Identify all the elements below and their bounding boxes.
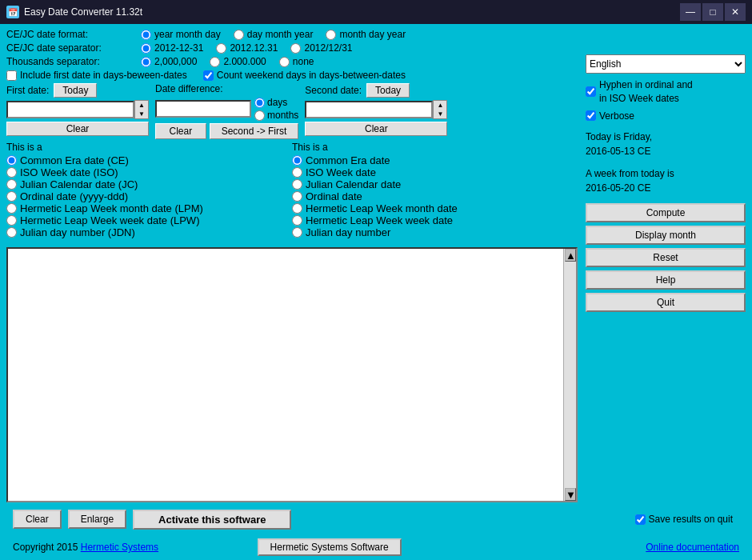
- thousands-comma[interactable]: 2,000,000: [141, 56, 197, 67]
- sep-slash[interactable]: 2012/12/31: [290, 42, 352, 54]
- second-date-down[interactable]: ▼: [434, 110, 446, 118]
- separator-label: CE/JC date separator:: [6, 42, 134, 54]
- compute-button[interactable]: Compute: [586, 203, 746, 222]
- diff-clear-button[interactable]: Clear: [155, 123, 206, 139]
- format-radio-group: year month day day month year month day …: [141, 29, 406, 40]
- first-date-label: First date:: [6, 85, 49, 96]
- format-row: CE/JC date format: year month day day mo…: [6, 29, 746, 40]
- type-ce[interactable]: Common Era date (CE): [6, 154, 292, 166]
- thousands-none[interactable]: none: [279, 56, 314, 67]
- first-date-down[interactable]: ▼: [135, 110, 148, 118]
- type-lpw[interactable]: Hermetic Leap Week week date (LPW): [6, 214, 292, 226]
- date-diff-col: Date difference: days months Clear: [155, 83, 298, 139]
- first-date-up[interactable]: ▲: [135, 101, 148, 110]
- include-first-checkbox[interactable]: Include first date in days-beween-dates: [6, 70, 187, 81]
- date-type-section: This is a Common Era date (CE) ISO Week …: [6, 142, 578, 238]
- display-month-button[interactable]: Display month: [586, 226, 746, 245]
- second-date-clear-button[interactable]: Clear: [305, 122, 447, 136]
- copyright-text: Copyright 2015 Hermetic Systems: [13, 542, 258, 553]
- type-lpm[interactable]: Hermetic Leap Week month date (LPM): [6, 202, 292, 214]
- right-buttons: Compute Display month Reset Help Quit: [586, 203, 746, 312]
- second-date-today-button[interactable]: Today: [366, 83, 410, 98]
- first-date-col: First date: Today ▲ ▼ Clear: [6, 83, 149, 136]
- bottom-clear-button[interactable]: Clear: [13, 510, 62, 529]
- thousands-label: Thousands separator:: [6, 56, 134, 67]
- second-date-up[interactable]: ▲: [434, 101, 446, 110]
- second-date-label: Second date:: [305, 85, 362, 96]
- first-date-input[interactable]: [6, 101, 134, 118]
- save-results-checkbox[interactable]: Save results on quit: [635, 514, 733, 525]
- first-date-spinner: ▲ ▼: [134, 100, 149, 119]
- count-weekend-checkbox[interactable]: Count weekend days in days-between-dates: [203, 70, 406, 81]
- online-documentation-link[interactable]: Online documentation: [646, 542, 739, 553]
- type-lpw2[interactable]: Hermetic Leap Week week date: [292, 214, 578, 226]
- type-iso[interactable]: ISO Week date (ISO): [6, 166, 292, 178]
- scrollbar[interactable]: ▲ ▼: [563, 249, 576, 501]
- type-jdn2[interactable]: Julian day number: [292, 226, 578, 238]
- type-ordinal[interactable]: Ordinal date (yyyy-ddd): [6, 190, 292, 202]
- enlarge-button[interactable]: Enlarge: [68, 510, 126, 529]
- format-dmy[interactable]: day month year: [234, 29, 314, 40]
- output-area: ▲ ▼: [6, 247, 578, 502]
- date-types-left: This is a Common Era date (CE) ISO Week …: [6, 142, 292, 238]
- second-first-button[interactable]: Second -> First: [210, 123, 299, 139]
- second-date-spinner: ▲ ▼: [433, 100, 447, 119]
- format-mdy[interactable]: month day year: [326, 29, 406, 40]
- bottom-bar: Clear Enlarge Activate this software Sav…: [6, 505, 746, 534]
- app-title: Easy Date Converter 11.32t: [24, 6, 680, 18]
- thousands-period[interactable]: 2.000.000: [210, 56, 266, 67]
- diff-label: Date difference:: [155, 83, 223, 94]
- months-radio[interactable]: months: [254, 110, 298, 121]
- diff-input[interactable]: [155, 100, 251, 118]
- days-radio[interactable]: days: [254, 97, 298, 108]
- thousands-radio-group: 2,000,000 2.000.000 none: [141, 56, 314, 67]
- scrollbar-down[interactable]: ▼: [565, 488, 576, 501]
- second-date-input[interactable]: [305, 101, 433, 118]
- close-button[interactable]: ✕: [725, 3, 746, 21]
- type-ordinal2[interactable]: Ordinal date: [292, 190, 578, 202]
- format-ymd[interactable]: year month day: [141, 29, 221, 40]
- this-is-a-right: This is a: [292, 142, 578, 153]
- right-panel: English German French Spanish Hyphen in …: [586, 54, 746, 312]
- days-months-options: days months: [254, 97, 298, 121]
- scrollbar-up[interactable]: ▲: [565, 249, 576, 262]
- sep-dot[interactable]: 2012.12.31: [216, 42, 278, 54]
- date-types-right: This is a Common Era date ISO Week date …: [292, 142, 578, 238]
- type-jc[interactable]: Julian Calendar date (JC): [6, 178, 292, 190]
- week-info: A week from today is2016-05-20 CE: [586, 166, 746, 195]
- hermetic-software-button[interactable]: Hermetic Systems Software: [258, 538, 402, 556]
- type-lpm2[interactable]: Hermetic Leap Week month date: [292, 202, 578, 214]
- today-info: Today is Friday,2016-05-13 CE: [586, 130, 746, 158]
- status-bar: Copyright 2015 Hermetic Systems Hermetic…: [6, 536, 746, 558]
- type-jdn[interactable]: Julian day number (JDN): [6, 226, 292, 238]
- hermetic-systems-link[interactable]: Hermetic Systems: [81, 542, 158, 553]
- date-inputs-section: First date: Today ▲ ▼ Clear Date differe…: [6, 83, 578, 139]
- this-is-a-left: This is a: [6, 142, 292, 153]
- language-select[interactable]: English German French Spanish: [586, 54, 746, 74]
- first-date-clear-button[interactable]: Clear: [6, 122, 149, 136]
- type-jc2[interactable]: Julian Calendar date: [292, 178, 578, 190]
- help-button[interactable]: Help: [586, 270, 746, 290]
- maximize-button[interactable]: □: [702, 3, 723, 21]
- activate-button[interactable]: Activate this software: [133, 510, 291, 530]
- verbose-checkbox[interactable]: Verbose: [586, 110, 746, 122]
- separator-radio-group: 2012-12-31 2012.12.31 2012/12/31: [141, 42, 353, 54]
- window-controls: — □ ✕: [680, 3, 746, 21]
- second-date-col: Second date: Today ▲ ▼ Clear: [305, 83, 447, 136]
- sep-dash[interactable]: 2012-12-31: [141, 42, 203, 54]
- minimize-button[interactable]: —: [680, 3, 701, 21]
- format-label: CE/JC date format:: [6, 29, 134, 40]
- app-body: CE/JC date format: year month day day mo…: [0, 24, 752, 560]
- type-ce2[interactable]: Common Era date: [292, 154, 578, 166]
- title-bar: 📅 Easy Date Converter 11.32t — □ ✕: [0, 0, 752, 24]
- type-iso2[interactable]: ISO Week date: [292, 166, 578, 178]
- app-icon: 📅: [6, 6, 19, 18]
- first-date-today-button[interactable]: Today: [54, 83, 97, 98]
- reset-button[interactable]: Reset: [586, 248, 746, 267]
- separator-row: CE/JC date separator: 2012-12-31 2012.12…: [6, 42, 746, 54]
- quit-button[interactable]: Quit: [586, 293, 746, 312]
- hyphen-checkbox[interactable]: Hyphen in ordinal andin ISO Week dates: [586, 78, 746, 106]
